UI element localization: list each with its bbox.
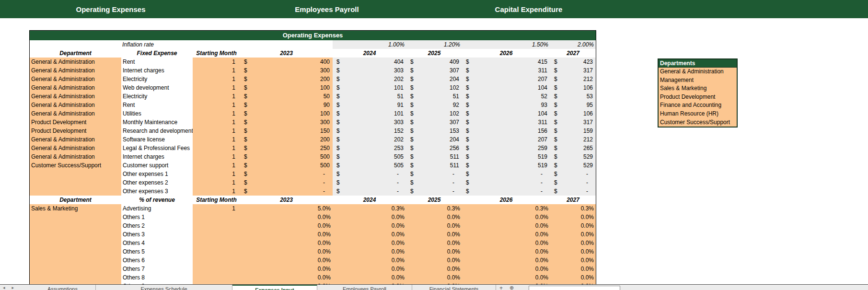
amount-cell[interactable]: $93 [462,101,550,109]
expense-name-cell[interactable]: Others 4 [121,239,193,247]
expense-name-cell[interactable]: Others 5 [121,247,193,256]
percent-cell[interactable]: 0.0% [462,221,550,230]
amount-cell[interactable]: $- [462,178,550,187]
percent-cell[interactable]: 5.0% [240,204,333,213]
empty-cell[interactable] [30,40,121,49]
amount-cell[interactable]: $265 [550,144,596,152]
expense-name-cell[interactable]: Others 8 [121,273,193,282]
expense-name-cell[interactable]: Electricity [121,92,193,101]
starting-month-cell[interactable]: 1 [193,101,240,109]
amount-cell[interactable]: $415 [462,58,550,66]
amount-cell[interactable]: $- [333,178,406,187]
starting-month-cell[interactable]: 1 [193,152,240,161]
starting-month-cell[interactable]: 1 [193,109,240,118]
banner-employees-payroll[interactable]: Employees Payroll [295,5,359,13]
inflation-rate-label[interactable]: Inflation rate [121,40,193,49]
percent-cell[interactable]: 0.3% [550,204,596,213]
percent-cell[interactable]: 0.0% [550,230,596,239]
sheet-tab-expenses-input[interactable]: Expenses Input [232,285,317,290]
amount-cell[interactable]: $404 [333,58,406,66]
percent-cell[interactable]: 0.0% [240,230,333,239]
amount-cell[interactable]: $153 [406,127,462,135]
amount-cell[interactable]: $505 [333,152,406,161]
amount-cell[interactable]: $253 [333,144,406,152]
amount-cell[interactable]: $- [240,187,333,196]
percent-cell[interactable]: 0.0% [550,221,596,230]
amount-cell[interactable]: $95 [550,101,596,109]
amount-cell[interactable]: $50 [240,92,333,101]
amount-cell[interactable]: $- [240,170,333,178]
percent-cell[interactable]: 0.0% [550,256,596,265]
sheet-tab-assumptions[interactable]: Assumptions [30,285,96,290]
expense-name-cell[interactable]: Advertising [121,204,193,213]
percent-cell[interactable]: 0.0% [462,247,550,256]
expense-name-cell[interactable]: Customer support [121,161,193,170]
amount-cell[interactable]: $256 [406,144,462,152]
expense-name-cell[interactable]: Others 6 [121,256,193,265]
legend-item[interactable]: General & Administration [659,68,737,76]
expense-name-cell[interactable]: Legal & Professional Fees [121,144,193,152]
amount-cell[interactable]: $152 [333,127,406,135]
department-cell[interactable]: Sales & Marketing [30,204,121,213]
starting-month-cell[interactable]: 1 [193,92,240,101]
department-cell[interactable] [30,213,121,221]
department-cell[interactable] [30,170,121,178]
percent-cell[interactable]: 0.0% [406,213,462,221]
banner-capital-expenditure[interactable]: Capital Expenditure [495,5,563,13]
percent-cell[interactable]: 0.0% [406,221,462,230]
amount-cell[interactable]: $207 [462,135,550,144]
inflation-rate-2024[interactable]: 1.00% [333,40,406,49]
amount-cell[interactable]: $204 [406,75,462,83]
amount-cell[interactable]: $101 [333,109,406,118]
expense-name-cell[interactable]: Other expenses 1 [121,170,193,178]
amount-cell[interactable]: $106 [550,109,596,118]
legend-item[interactable]: Sales & Marketing [659,84,737,93]
department-cell[interactable] [30,221,121,230]
amount-cell[interactable]: $409 [406,58,462,66]
department-cell[interactable]: General & Administration [30,101,121,109]
legend-item[interactable]: Finance and Accounting [659,101,737,110]
department-cell[interactable] [30,230,121,239]
amount-cell[interactable]: $101 [333,83,406,92]
percent-cell[interactable]: 0.0% [550,213,596,221]
starting-month-cell[interactable]: 1 [193,204,240,213]
department-cell[interactable] [30,265,121,273]
legend-item[interactable]: Management [659,76,737,85]
percent-cell[interactable]: 0.0% [333,213,406,221]
amount-cell[interactable]: $- [550,187,596,196]
starting-month-cell[interactable]: 1 [193,135,240,144]
percent-cell[interactable]: 0.0% [406,273,462,282]
expense-name-cell[interactable]: Monthly Maintenance [121,118,193,127]
percent-cell[interactable]: 0.0% [240,213,333,221]
department-cell[interactable]: Customer Success/Support [30,161,121,170]
starting-month-cell[interactable] [193,239,240,247]
sheet-tab-financial-statements[interactable]: Financial Statements [412,285,496,290]
percent-cell[interactable]: 0.0% [333,221,406,230]
amount-cell[interactable]: $102 [406,109,462,118]
expense-name-cell[interactable]: Utilities [121,109,193,118]
amount-cell[interactable]: $207 [462,75,550,83]
amount-cell[interactable]: $90 [240,101,333,109]
amount-cell[interactable]: $100 [240,83,333,92]
starting-month-cell[interactable] [193,213,240,221]
amount-cell[interactable]: $307 [406,66,462,75]
amount-cell[interactable]: $92 [406,101,462,109]
expense-name-cell[interactable]: Others 7 [121,265,193,273]
amount-cell[interactable]: $53 [550,92,596,101]
amount-cell[interactable]: $- [462,187,550,196]
amount-cell[interactable]: $423 [550,58,596,66]
expense-name-cell[interactable]: Rent [121,58,193,66]
percent-cell[interactable]: 0.0% [462,273,550,282]
amount-cell[interactable]: $259 [462,144,550,152]
starting-month-cell[interactable] [193,265,240,273]
department-cell[interactable]: General & Administration [30,152,121,161]
percent-cell[interactable]: 0.0% [333,273,406,282]
amount-cell[interactable]: $300 [240,118,333,127]
amount-cell[interactable]: $511 [406,152,462,161]
percent-cell[interactable]: 0.0% [406,265,462,273]
expense-name-cell[interactable]: Software license [121,135,193,144]
percent-cell[interactable]: 0.0% [240,265,333,273]
percent-cell[interactable]: 0.0% [333,256,406,265]
department-cell[interactable]: General & Administration [30,83,121,92]
percent-cell[interactable]: 0.0% [550,247,596,256]
